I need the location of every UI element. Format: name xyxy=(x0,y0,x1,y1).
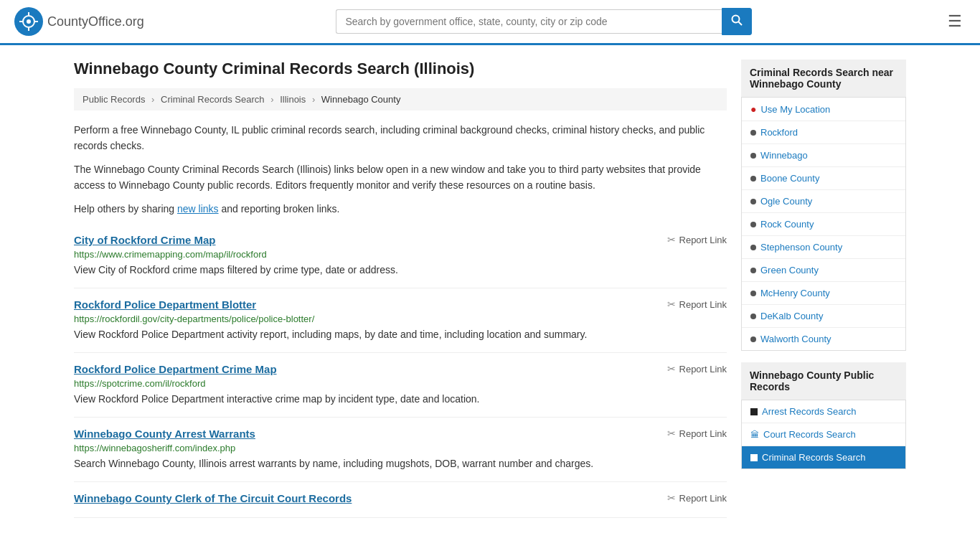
nearby-link-label: Rock County xyxy=(760,219,814,230)
nearby-link-label: Walworth County xyxy=(760,334,831,344)
breadcrumb-current: Winnebago County xyxy=(321,94,401,105)
bullet-dot xyxy=(750,314,756,319)
link-description: Search Winnebago County, Illinois arrest… xyxy=(74,456,727,471)
link-url: https://spotcrime.com/il/rockford xyxy=(74,378,727,389)
report-label: Report Link xyxy=(679,428,727,439)
link-title[interactable]: Winnebago County Arrest Warrants xyxy=(74,428,255,440)
breadcrumb-illinois[interactable]: Illinois xyxy=(280,94,306,105)
nearby-section: Criminal Records Search near Winnebago C… xyxy=(741,60,906,351)
nearby-link-label: Green County xyxy=(760,265,819,276)
bullet-dot xyxy=(750,199,756,204)
hamburger-menu-button[interactable]: ☰ xyxy=(944,9,966,34)
records-icon xyxy=(750,408,758,415)
nearby-link-item[interactable]: Winnebago xyxy=(742,144,905,167)
nearby-link-item[interactable]: Rock County xyxy=(742,213,905,236)
search-button[interactable] xyxy=(722,8,752,35)
svg-point-2 xyxy=(27,19,31,24)
nearby-link-item[interactable]: DeKalb County xyxy=(742,305,905,328)
nearby-link-item[interactable]: Green County xyxy=(742,259,905,282)
svg-line-8 xyxy=(739,22,743,26)
link-title[interactable]: City of Rockford Crime Map xyxy=(74,234,216,246)
breadcrumb-criminal-records[interactable]: Criminal Records Search xyxy=(161,94,265,105)
nearby-link-label: Ogle County xyxy=(760,196,812,207)
nearby-link-label: Winnebago xyxy=(760,150,808,161)
nearby-link-item[interactable]: Ogle County xyxy=(742,190,905,213)
nearby-link-label: Boone County xyxy=(760,173,819,184)
report-label: Report Link xyxy=(679,493,727,504)
public-records-link-item[interactable]: Criminal Records Search xyxy=(742,446,905,468)
public-records-link-item[interactable]: 🏛Court Records Search xyxy=(742,423,905,446)
report-label: Report Link xyxy=(679,235,727,245)
public-records-section: Winnebago County Public Records Arrest R… xyxy=(741,362,906,469)
search-input[interactable] xyxy=(336,9,722,34)
link-description: View Rockford Police Department activity… xyxy=(74,327,727,342)
link-item: City of Rockford Crime Map ✂ Report Link… xyxy=(74,224,727,288)
link-item: Winnebago County Arrest Warrants ✂ Repor… xyxy=(74,418,727,482)
report-icon: ✂ xyxy=(667,492,676,504)
main-content: Winnebago County Criminal Records Search… xyxy=(74,60,727,518)
bullet-dot xyxy=(750,268,756,273)
link-item: Winnebago County Clerk of The Circuit Co… xyxy=(74,482,727,518)
report-link-button[interactable]: ✂ Report Link xyxy=(667,234,727,245)
report-icon: ✂ xyxy=(667,298,676,310)
nearby-link-item[interactable]: Boone County xyxy=(742,167,905,190)
description-3: Help others by sharing new links and rep… xyxy=(74,201,727,217)
nearby-links-list: RockfordWinnebagoBoone CountyOgle County… xyxy=(742,121,905,350)
link-title[interactable]: Rockford Police Department Crime Map xyxy=(74,363,277,375)
search-area xyxy=(336,8,752,35)
svg-point-7 xyxy=(732,16,740,23)
main-container: Winnebago County Criminal Records Search… xyxy=(60,45,920,532)
logo-text: CountyOffice.org xyxy=(47,14,144,29)
public-records-title: Winnebago County Public Records xyxy=(741,362,906,400)
report-link-button[interactable]: ✂ Report Link xyxy=(667,298,727,310)
nearby-link-item[interactable]: Walworth County xyxy=(742,328,905,350)
logo-icon xyxy=(14,7,43,36)
link-url: https://rockfordil.gov/city-departments/… xyxy=(74,314,727,324)
bullet-dot xyxy=(750,222,756,227)
report-link-button[interactable]: ✂ Report Link xyxy=(667,363,727,375)
bullet-dot xyxy=(750,245,756,250)
link-title[interactable]: Winnebago County Clerk of The Circuit Co… xyxy=(74,492,352,504)
nearby-link-item[interactable]: McHenry County xyxy=(742,282,905,305)
records-icon-active xyxy=(750,454,758,461)
bullet-dot xyxy=(750,291,756,296)
report-icon: ✂ xyxy=(667,363,676,375)
nearby-link-item[interactable]: Rockford xyxy=(742,121,905,144)
public-records-link-label: Criminal Records Search xyxy=(762,452,866,463)
use-my-location-link[interactable]: ● Use My Location xyxy=(742,98,905,121)
link-item: Rockford Police Department Crime Map ✂ R… xyxy=(74,353,727,418)
link-item-header: Winnebago County Arrest Warrants ✂ Repor… xyxy=(74,428,727,440)
bullet-dot xyxy=(750,153,756,159)
link-url: https://winnebagosheriff.com/index.php xyxy=(74,443,727,453)
link-url: https://www.crimemapping.com/map/il/rock… xyxy=(74,249,727,260)
link-title[interactable]: Rockford Police Department Blotter xyxy=(74,298,256,311)
link-item-header: Rockford Police Department Crime Map ✂ R… xyxy=(74,363,727,375)
link-description: View City of Rockford crime maps filtere… xyxy=(74,263,727,278)
links-container: City of Rockford Crime Map ✂ Report Link… xyxy=(74,224,727,518)
sidebar: Criminal Records Search near Winnebago C… xyxy=(741,60,906,518)
report-link-button[interactable]: ✂ Report Link xyxy=(667,428,727,439)
report-link-button[interactable]: ✂ Report Link xyxy=(667,492,727,504)
report-icon: ✂ xyxy=(667,428,676,439)
report-icon: ✂ xyxy=(667,234,676,245)
nearby-link-item[interactable]: Stephenson County xyxy=(742,236,905,259)
bullet-dot xyxy=(750,130,756,136)
public-records-link-item[interactable]: Arrest Records Search xyxy=(742,400,905,423)
link-item-header: Winnebago County Clerk of The Circuit Co… xyxy=(74,492,727,504)
new-links-link[interactable]: new links xyxy=(177,203,219,215)
nearby-links: ● Use My Location RockfordWinnebagoBoone… xyxy=(741,98,906,351)
logo[interactable]: CountyOffice.org xyxy=(14,7,144,36)
nearby-link-label: Rockford xyxy=(760,127,798,138)
nearby-link-label: McHenry County xyxy=(760,288,830,298)
building-icon: 🏛 xyxy=(750,430,759,440)
public-records-link-label: Court Records Search xyxy=(763,429,856,440)
breadcrumb: Public Records › Criminal Records Search… xyxy=(74,88,727,110)
report-label: Report Link xyxy=(679,364,727,375)
nearby-title: Criminal Records Search near Winnebago C… xyxy=(741,60,906,98)
bullet-dot xyxy=(750,176,756,182)
site-header: CountyOffice.org ☰ xyxy=(0,0,980,45)
nearby-link-label: Stephenson County xyxy=(760,242,842,253)
breadcrumb-public-records[interactable]: Public Records xyxy=(83,94,145,105)
link-description: View Rockford Police Department interact… xyxy=(74,392,727,407)
location-icon: ● xyxy=(750,103,756,115)
